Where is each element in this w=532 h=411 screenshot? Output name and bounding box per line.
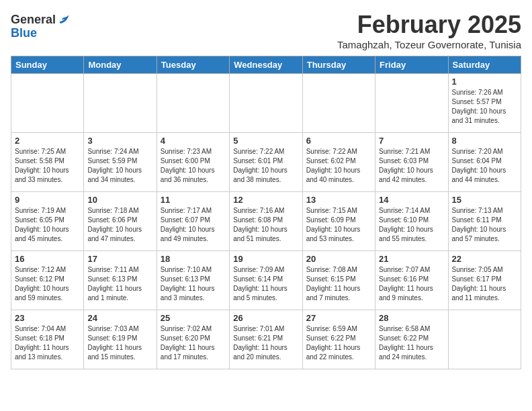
logo-blue-text: Blue bbox=[11, 27, 71, 40]
day-number: 17 bbox=[87, 254, 152, 264]
day-info: Sunrise: 6:59 AM Sunset: 6:22 PM Dayligh… bbox=[306, 324, 371, 362]
calendar-table: SundayMondayTuesdayWednesdayThursdayFrid… bbox=[11, 56, 521, 369]
day-number: 28 bbox=[379, 313, 444, 323]
day-number: 15 bbox=[452, 195, 517, 205]
day-info: Sunrise: 7:22 AM Sunset: 6:02 PM Dayligh… bbox=[306, 147, 371, 185]
calendar-week-row: 9Sunrise: 7:19 AM Sunset: 6:05 PM Daylig… bbox=[11, 192, 521, 251]
day-info: Sunrise: 7:13 AM Sunset: 6:11 PM Dayligh… bbox=[452, 206, 517, 244]
day-number: 8 bbox=[452, 136, 517, 146]
day-info: Sunrise: 7:22 AM Sunset: 6:01 PM Dayligh… bbox=[233, 147, 298, 185]
day-info: Sunrise: 7:17 AM Sunset: 6:07 PM Dayligh… bbox=[161, 206, 226, 244]
calendar-cell: 26Sunrise: 7:01 AM Sunset: 6:21 PM Dayli… bbox=[230, 310, 302, 369]
calendar-cell bbox=[302, 74, 375, 133]
calendar-cell: 10Sunrise: 7:18 AM Sunset: 6:06 PM Dayli… bbox=[84, 192, 157, 251]
calendar-cell: 8Sunrise: 7:20 AM Sunset: 6:04 PM Daylig… bbox=[448, 133, 521, 192]
day-info: Sunrise: 6:58 AM Sunset: 6:22 PM Dayligh… bbox=[379, 324, 444, 362]
day-info: Sunrise: 7:09 AM Sunset: 6:14 PM Dayligh… bbox=[233, 265, 298, 303]
logo-general-text: General bbox=[11, 13, 56, 27]
calendar-cell: 23Sunrise: 7:04 AM Sunset: 6:18 PM Dayli… bbox=[11, 310, 84, 369]
day-info: Sunrise: 7:18 AM Sunset: 6:06 PM Dayligh… bbox=[87, 206, 152, 244]
day-number: 23 bbox=[15, 313, 80, 323]
calendar-week-row: 2Sunrise: 7:25 AM Sunset: 5:58 PM Daylig… bbox=[11, 133, 521, 192]
day-number: 10 bbox=[87, 195, 152, 205]
calendar-cell bbox=[157, 74, 229, 133]
month-year-title: February 2025 bbox=[337, 11, 521, 39]
calendar-cell bbox=[230, 74, 302, 133]
day-number: 16 bbox=[15, 254, 80, 264]
day-info: Sunrise: 7:25 AM Sunset: 5:58 PM Dayligh… bbox=[15, 147, 80, 185]
day-info: Sunrise: 7:19 AM Sunset: 6:05 PM Dayligh… bbox=[15, 206, 80, 244]
calendar-cell: 4Sunrise: 7:23 AM Sunset: 6:00 PM Daylig… bbox=[157, 133, 229, 192]
day-number: 27 bbox=[306, 313, 371, 323]
day-number: 5 bbox=[233, 136, 298, 146]
day-info: Sunrise: 7:05 AM Sunset: 6:17 PM Dayligh… bbox=[452, 265, 517, 303]
calendar-cell: 21Sunrise: 7:07 AM Sunset: 6:16 PM Dayli… bbox=[375, 251, 448, 310]
calendar-cell: 2Sunrise: 7:25 AM Sunset: 5:58 PM Daylig… bbox=[11, 133, 84, 192]
calendar-cell: 18Sunrise: 7:10 AM Sunset: 6:13 PM Dayli… bbox=[157, 251, 229, 310]
day-info: Sunrise: 7:16 AM Sunset: 6:08 PM Dayligh… bbox=[233, 206, 298, 244]
calendar-cell bbox=[11, 74, 84, 133]
title-block: February 2025 Tamaghzah, Tozeur Governor… bbox=[337, 11, 521, 50]
calendar-cell: 9Sunrise: 7:19 AM Sunset: 6:05 PM Daylig… bbox=[11, 192, 84, 251]
page-header: General Blue February 2025 Tamaghzah, To… bbox=[11, 11, 521, 50]
day-info: Sunrise: 7:23 AM Sunset: 6:00 PM Dayligh… bbox=[161, 147, 226, 185]
day-number: 12 bbox=[233, 195, 298, 205]
calendar-cell bbox=[84, 74, 157, 133]
calendar-cell: 13Sunrise: 7:15 AM Sunset: 6:09 PM Dayli… bbox=[302, 192, 375, 251]
column-header-friday: Friday bbox=[375, 56, 448, 74]
calendar-cell: 16Sunrise: 7:12 AM Sunset: 6:12 PM Dayli… bbox=[11, 251, 84, 310]
day-info: Sunrise: 7:11 AM Sunset: 6:13 PM Dayligh… bbox=[87, 265, 152, 303]
day-number: 21 bbox=[379, 254, 444, 264]
logo-bird-icon bbox=[57, 13, 71, 27]
day-info: Sunrise: 7:08 AM Sunset: 6:15 PM Dayligh… bbox=[306, 265, 371, 303]
day-number: 18 bbox=[161, 254, 226, 264]
day-number: 25 bbox=[161, 313, 226, 323]
day-info: Sunrise: 7:04 AM Sunset: 6:18 PM Dayligh… bbox=[15, 324, 80, 362]
day-number: 9 bbox=[15, 195, 80, 205]
day-number: 11 bbox=[161, 195, 226, 205]
day-number: 4 bbox=[161, 136, 226, 146]
calendar-cell: 1Sunrise: 7:26 AM Sunset: 5:57 PM Daylig… bbox=[448, 74, 521, 133]
calendar-cell: 20Sunrise: 7:08 AM Sunset: 6:15 PM Dayli… bbox=[302, 251, 375, 310]
day-number: 24 bbox=[87, 313, 152, 323]
column-header-monday: Monday bbox=[84, 56, 157, 74]
day-info: Sunrise: 7:12 AM Sunset: 6:12 PM Dayligh… bbox=[15, 265, 80, 303]
column-header-sunday: Sunday bbox=[11, 56, 84, 74]
day-number: 1 bbox=[452, 77, 517, 87]
calendar-header-row: SundayMondayTuesdayWednesdayThursdayFrid… bbox=[11, 56, 521, 74]
day-number: 2 bbox=[15, 136, 80, 146]
day-info: Sunrise: 7:03 AM Sunset: 6:19 PM Dayligh… bbox=[87, 324, 152, 362]
calendar-cell: 25Sunrise: 7:02 AM Sunset: 6:20 PM Dayli… bbox=[157, 310, 229, 369]
day-number: 14 bbox=[379, 195, 444, 205]
calendar-cell: 15Sunrise: 7:13 AM Sunset: 6:11 PM Dayli… bbox=[448, 192, 521, 251]
column-header-tuesday: Tuesday bbox=[157, 56, 229, 74]
calendar-cell: 28Sunrise: 6:58 AM Sunset: 6:22 PM Dayli… bbox=[375, 310, 448, 369]
day-number: 7 bbox=[379, 136, 444, 146]
day-info: Sunrise: 7:07 AM Sunset: 6:16 PM Dayligh… bbox=[379, 265, 444, 303]
day-info: Sunrise: 7:15 AM Sunset: 6:09 PM Dayligh… bbox=[306, 206, 371, 244]
calendar-cell: 6Sunrise: 7:22 AM Sunset: 6:02 PM Daylig… bbox=[302, 133, 375, 192]
day-number: 22 bbox=[452, 254, 517, 264]
location-subtitle: Tamaghzah, Tozeur Governorate, Tunisia bbox=[337, 39, 521, 50]
day-number: 19 bbox=[233, 254, 298, 264]
day-info: Sunrise: 7:24 AM Sunset: 5:59 PM Dayligh… bbox=[87, 147, 152, 185]
day-info: Sunrise: 7:21 AM Sunset: 6:03 PM Dayligh… bbox=[379, 147, 444, 185]
column-header-wednesday: Wednesday bbox=[230, 56, 302, 74]
column-header-saturday: Saturday bbox=[448, 56, 521, 74]
day-info: Sunrise: 7:26 AM Sunset: 5:57 PM Dayligh… bbox=[452, 88, 517, 126]
day-info: Sunrise: 7:01 AM Sunset: 6:21 PM Dayligh… bbox=[233, 324, 298, 362]
calendar-cell: 12Sunrise: 7:16 AM Sunset: 6:08 PM Dayli… bbox=[230, 192, 302, 251]
day-info: Sunrise: 7:02 AM Sunset: 6:20 PM Dayligh… bbox=[161, 324, 226, 362]
day-number: 6 bbox=[306, 136, 371, 146]
day-info: Sunrise: 7:20 AM Sunset: 6:04 PM Dayligh… bbox=[452, 147, 517, 185]
logo: General Blue bbox=[11, 13, 71, 40]
calendar-cell: 27Sunrise: 6:59 AM Sunset: 6:22 PM Dayli… bbox=[302, 310, 375, 369]
calendar-week-row: 16Sunrise: 7:12 AM Sunset: 6:12 PM Dayli… bbox=[11, 251, 521, 310]
calendar-week-row: 23Sunrise: 7:04 AM Sunset: 6:18 PM Dayli… bbox=[11, 310, 521, 369]
column-header-thursday: Thursday bbox=[302, 56, 375, 74]
calendar-cell: 5Sunrise: 7:22 AM Sunset: 6:01 PM Daylig… bbox=[230, 133, 302, 192]
day-number: 3 bbox=[87, 136, 152, 146]
day-number: 26 bbox=[233, 313, 298, 323]
calendar-cell: 19Sunrise: 7:09 AM Sunset: 6:14 PM Dayli… bbox=[230, 251, 302, 310]
day-info: Sunrise: 7:14 AM Sunset: 6:10 PM Dayligh… bbox=[379, 206, 444, 244]
